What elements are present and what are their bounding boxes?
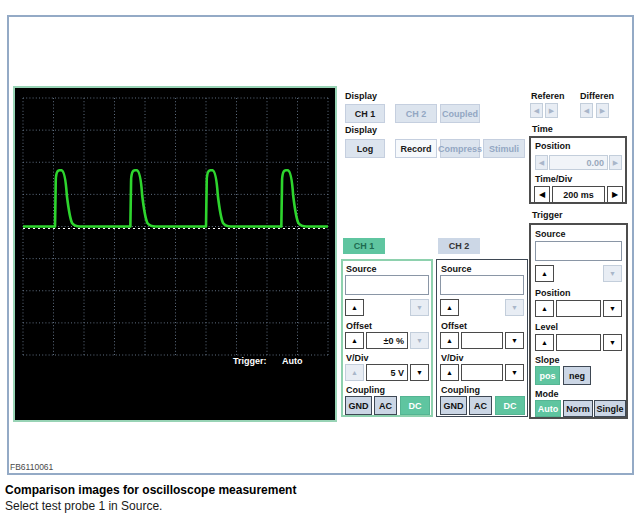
reference-label: Referen xyxy=(531,91,565,101)
display-coupled-button[interactable]: Coupled xyxy=(440,104,480,123)
reference-next-button right-arrow-icon: ▶ xyxy=(545,103,558,118)
ch2-source-input[interactable] xyxy=(440,275,524,295)
log-button[interactable]: Log xyxy=(345,139,385,158)
trigger-level-value[interactable] xyxy=(556,334,601,351)
trigger-panel-label: Trigger xyxy=(532,210,563,220)
display-ch2-button[interactable]: CH 2 xyxy=(395,104,437,123)
time-position-decrement-button left-arrow-icon: ◀ xyxy=(535,155,548,170)
ch1-vdiv-up-button up-arrow-icon: ▲ xyxy=(345,364,364,381)
ch2-vdiv-label: V/Div xyxy=(441,353,464,363)
caption-title: Comparison images for oscilloscope measu… xyxy=(5,483,296,497)
figure-id: FB6110061 xyxy=(10,462,53,472)
trigger-level-up-button up-arrow-icon[interactable]: ▲ xyxy=(535,334,554,351)
slope-neg-button[interactable]: neg xyxy=(563,366,591,385)
ch1-offset-label: Offset xyxy=(346,321,372,331)
trigger-position-label: Position xyxy=(535,288,571,298)
ch1-vdiv-label: V/Div xyxy=(346,353,369,363)
oscilloscope-screen: Trigger: Auto xyxy=(13,86,337,422)
ch2-vdiv-down-button down-arrow-icon[interactable]: ▼ xyxy=(505,364,524,381)
trigger-mode-label: Mode xyxy=(535,389,559,399)
trigger-level-down-button down-arrow-icon[interactable]: ▼ xyxy=(603,334,622,351)
reference-prev-button left-arrow-icon: ◀ xyxy=(530,103,543,118)
tab-ch2[interactable]: CH 2 xyxy=(438,238,480,254)
caption-subtitle: Select test probe 1 in Source. xyxy=(5,499,162,513)
trigger-position-up-button up-arrow-icon[interactable]: ▲ xyxy=(535,300,554,317)
ch2-coupling-label: Coupling xyxy=(441,385,480,395)
differential-label: Differen xyxy=(580,91,614,101)
ch2-offset-down-button down-arrow-icon[interactable]: ▼ xyxy=(505,332,524,349)
display-ch1-button[interactable]: CH 1 xyxy=(345,104,385,123)
ch1-source-down-button down-arrow-icon: ▼ xyxy=(410,299,429,316)
ch2-offset-label: Offset xyxy=(441,321,467,331)
display-channels-label: Display xyxy=(345,91,377,101)
trigger-position-down-button down-arrow-icon[interactable]: ▼ xyxy=(603,300,622,317)
timediv-label: Time/Div xyxy=(535,174,572,184)
ch1-coupling-gnd-button[interactable]: GND xyxy=(345,396,372,415)
trigger-status-label: Trigger: xyxy=(233,356,267,366)
trigger-level-label: Level xyxy=(535,322,558,332)
ch1-vdiv-down-button down-arrow-icon[interactable]: ▼ xyxy=(410,364,429,381)
time-position-value: 0.00 xyxy=(549,155,608,170)
ch2-coupling-gnd-button[interactable]: GND xyxy=(440,396,467,415)
timediv-increment-button right-arrow-icon[interactable]: ▶ xyxy=(607,186,623,203)
ch2-source-up-button up-arrow-icon[interactable]: ▲ xyxy=(440,299,459,316)
ch2-vdiv-up-button up-arrow-icon[interactable]: ▲ xyxy=(440,364,459,381)
ch2-source-down-button down-arrow-icon: ▼ xyxy=(505,299,524,316)
ch1-offset-up-button up-arrow-icon[interactable]: ▲ xyxy=(345,332,364,349)
ch2-source-label: Source xyxy=(441,264,472,274)
differential-prev-button left-arrow-icon: ◀ xyxy=(580,103,593,118)
compress-button[interactable]: Compress xyxy=(440,139,480,158)
ch2-coupling-ac-button[interactable]: AC xyxy=(469,396,492,415)
ch1-coupling-ac-button[interactable]: AC xyxy=(374,396,397,415)
tab-ch1[interactable]: CH 1 xyxy=(343,238,385,254)
time-panel-label: Time xyxy=(532,124,553,134)
trigger-position-value[interactable] xyxy=(556,300,601,317)
waveform-plot xyxy=(15,88,335,420)
trigger-status-value: Auto xyxy=(282,356,303,366)
ch1-source-up-button up-arrow-icon[interactable]: ▲ xyxy=(345,299,364,316)
trigger-source-label: Source xyxy=(535,229,566,239)
timediv-value[interactable]: 200 ms xyxy=(552,186,605,203)
mode-auto-button[interactable]: Auto xyxy=(535,400,561,417)
trigger-source-up-button up-arrow-icon[interactable]: ▲ xyxy=(535,265,554,282)
ch1-coupling-label: Coupling xyxy=(346,385,385,395)
display-modes-label: Display xyxy=(345,125,377,135)
ch2-offset-value[interactable] xyxy=(461,332,503,349)
ch1-offset-down-button down-arrow-icon: ▼ xyxy=(410,332,429,349)
timediv-decrement-button left-arrow-icon[interactable]: ◀ xyxy=(534,186,550,203)
differential-next-button right-arrow-icon: ▶ xyxy=(596,103,609,118)
ch1-coupling-dc-button[interactable]: DC xyxy=(400,396,430,415)
stimuli-button[interactable]: Stimuli xyxy=(483,139,525,158)
ch2-vdiv-value[interactable] xyxy=(461,364,503,381)
record-button[interactable]: Record xyxy=(395,139,437,158)
ch1-source-input[interactable] xyxy=(345,275,429,295)
ch1-offset-value[interactable]: ±0 % xyxy=(366,332,408,349)
ch1-source-label: Source xyxy=(346,264,377,274)
ch2-offset-up-button up-arrow-icon[interactable]: ▲ xyxy=(440,332,459,349)
trigger-slope-label: Slope xyxy=(535,355,560,365)
ch1-vdiv-value[interactable]: 5 V xyxy=(366,364,408,381)
trigger-source-input[interactable] xyxy=(535,241,622,261)
time-position-label: Position xyxy=(535,141,571,151)
time-position-increment-button right-arrow-icon: ▶ xyxy=(609,155,622,170)
trigger-source-down-button down-arrow-icon: ▼ xyxy=(603,265,622,282)
mode-single-button[interactable]: Single xyxy=(594,400,626,417)
mode-norm-button[interactable]: Norm xyxy=(563,400,593,417)
slope-pos-button[interactable]: pos xyxy=(535,366,560,385)
ch2-coupling-dc-button[interactable]: DC xyxy=(495,396,525,415)
